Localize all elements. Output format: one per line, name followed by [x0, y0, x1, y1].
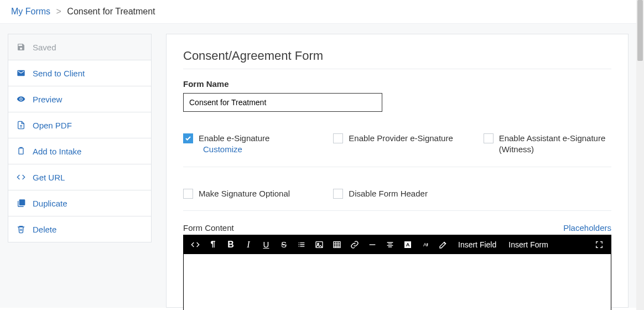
label-assistant-esignature: Enable Assistant e-Signature (Witness) — [499, 133, 611, 156]
html-view-button[interactable] — [190, 239, 200, 251]
edit-button[interactable] — [438, 239, 448, 251]
image-button[interactable] — [314, 239, 324, 251]
form-name-label: Form Name — [183, 79, 611, 89]
checkbox-provider-esignature[interactable] — [333, 133, 343, 143]
sidebar-openpdf-label: Open PDF — [33, 121, 72, 130]
label-enable-esignature: Enable e-Signature — [199, 133, 269, 143]
checkbox-disable-header[interactable] — [333, 189, 343, 199]
sidebar-saved-label: Saved — [33, 43, 56, 52]
action-sidebar: Saved Send to Client Preview Open PDF Ad… — [8, 34, 152, 242]
sidebar-preview-label: Preview — [33, 95, 62, 104]
placeholders-link[interactable]: Placeholders — [563, 223, 611, 232]
label-disable-header: Disable Form Header — [349, 188, 428, 199]
checkbox-enable-esignature[interactable] — [183, 133, 193, 143]
file-icon — [16, 120, 26, 130]
strikethrough-button[interactable]: S — [279, 239, 289, 251]
sidebar-duplicate[interactable]: Duplicate — [8, 190, 151, 216]
link-button[interactable] — [350, 239, 360, 251]
svg-text:A: A — [423, 242, 427, 247]
label-signature-optional: Make Signature Optional — [199, 188, 290, 199]
font-size-button[interactable]: A — [420, 239, 430, 251]
italic-button[interactable]: I — [243, 239, 253, 251]
envelope-icon — [16, 68, 26, 78]
svg-text:A: A — [406, 242, 410, 247]
code-icon — [16, 172, 26, 182]
breadcrumb-current: Consent for Treatment — [67, 7, 155, 16]
editor-toolbar: B I U S — [184, 235, 611, 254]
rich-text-editor: B I U S — [183, 235, 611, 310]
editor-content-area[interactable] — [184, 254, 611, 310]
underline-button[interactable]: U — [261, 239, 271, 251]
fullscreen-button[interactable] — [594, 239, 604, 251]
vertical-scrollbar[interactable] — [636, 0, 644, 310]
svg-point-2 — [318, 243, 319, 245]
duplicate-icon — [16, 198, 26, 208]
breadcrumb: My Forms > Consent for Treatment — [0, 0, 644, 24]
form-editor-panel: Consent/Agreement Form Form Name Enable … — [166, 34, 629, 308]
horizontal-rule-button[interactable] — [367, 239, 377, 251]
insert-field-button[interactable]: Insert Field — [456, 239, 498, 251]
table-button[interactable] — [332, 239, 342, 251]
sidebar-add-to-intake[interactable]: Add to Intake — [8, 138, 151, 164]
sidebar-duplicate-label: Duplicate — [33, 199, 67, 208]
form-content-label: Form Content — [183, 223, 234, 232]
customize-esignature-link[interactable]: Customize — [203, 144, 242, 154]
svg-rect-0 — [19, 148, 23, 154]
clipboard-icon — [16, 146, 26, 156]
paragraph-button[interactable] — [208, 239, 218, 251]
sidebar-addintake-label: Add to Intake — [33, 147, 81, 156]
text-color-button[interactable]: A — [403, 239, 413, 251]
list-button[interactable] — [297, 239, 307, 251]
sidebar-geturl-label: Get URL — [33, 173, 65, 182]
sidebar-preview[interactable]: Preview — [8, 86, 151, 112]
sidebar-delete[interactable]: Delete — [8, 216, 151, 242]
label-provider-esignature: Enable Provider e-Signature — [349, 133, 453, 144]
scrollbar-thumb[interactable] — [637, 0, 643, 61]
form-heading: Consent/Agreement Form — [183, 49, 611, 69]
sidebar-get-url[interactable]: Get URL — [8, 164, 151, 190]
checkbox-signature-optional[interactable] — [183, 189, 193, 199]
sidebar-send-to-client[interactable]: Send to Client — [8, 60, 151, 86]
breadcrumb-separator: > — [56, 7, 61, 16]
sidebar-send-label: Send to Client — [33, 69, 85, 78]
checkbox-assistant-esignature[interactable] — [484, 133, 494, 143]
form-name-input[interactable] — [183, 93, 382, 112]
insert-form-button[interactable]: Insert Form — [506, 239, 550, 251]
bold-button[interactable]: B — [226, 239, 236, 251]
save-icon — [16, 42, 26, 52]
sidebar-open-pdf[interactable]: Open PDF — [8, 112, 151, 138]
eye-icon — [16, 94, 26, 104]
breadcrumb-root-link[interactable]: My Forms — [11, 7, 50, 16]
sidebar-delete-label: Delete — [33, 225, 56, 234]
svg-rect-3 — [334, 241, 340, 247]
trash-icon — [16, 224, 26, 234]
align-button[interactable] — [385, 239, 395, 251]
sidebar-saved-status: Saved — [8, 34, 151, 60]
